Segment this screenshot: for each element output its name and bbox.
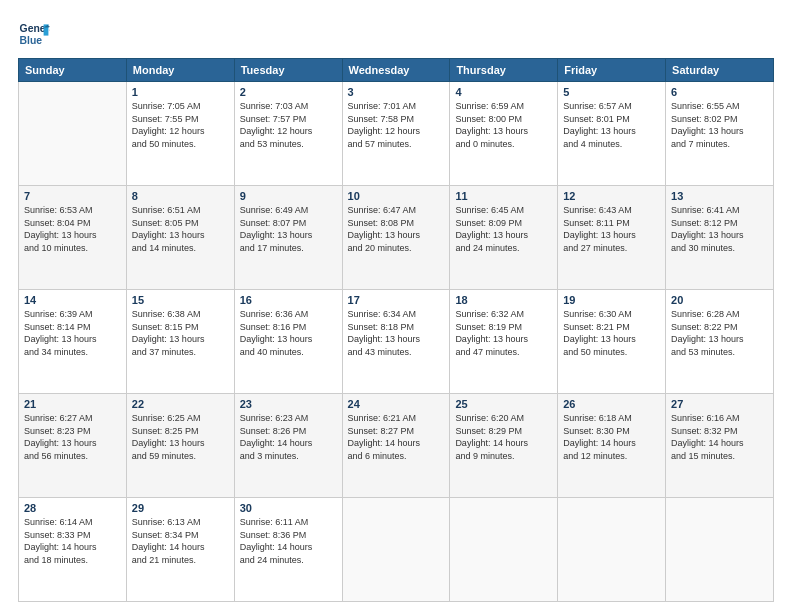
day-number: 21 — [24, 398, 121, 410]
day-number: 19 — [563, 294, 660, 306]
day-number: 15 — [132, 294, 229, 306]
calendar-cell: 12Sunrise: 6:43 AM Sunset: 8:11 PM Dayli… — [558, 186, 666, 290]
calendar-cell — [342, 498, 450, 602]
day-info: Sunrise: 6:55 AM Sunset: 8:02 PM Dayligh… — [671, 100, 768, 150]
day-info: Sunrise: 6:14 AM Sunset: 8:33 PM Dayligh… — [24, 516, 121, 566]
day-number: 4 — [455, 86, 552, 98]
calendar-cell — [450, 498, 558, 602]
day-info: Sunrise: 6:25 AM Sunset: 8:25 PM Dayligh… — [132, 412, 229, 462]
day-info: Sunrise: 6:16 AM Sunset: 8:32 PM Dayligh… — [671, 412, 768, 462]
calendar-cell: 27Sunrise: 6:16 AM Sunset: 8:32 PM Dayli… — [666, 394, 774, 498]
day-number: 16 — [240, 294, 337, 306]
day-number: 23 — [240, 398, 337, 410]
day-number: 11 — [455, 190, 552, 202]
weekday-header-wednesday: Wednesday — [342, 59, 450, 82]
calendar-table: SundayMondayTuesdayWednesdayThursdayFrid… — [18, 58, 774, 602]
svg-text:Blue: Blue — [20, 35, 43, 46]
day-number: 22 — [132, 398, 229, 410]
day-number: 18 — [455, 294, 552, 306]
calendar-cell: 7Sunrise: 6:53 AM Sunset: 8:04 PM Daylig… — [19, 186, 127, 290]
day-number: 5 — [563, 86, 660, 98]
day-info: Sunrise: 6:57 AM Sunset: 8:01 PM Dayligh… — [563, 100, 660, 150]
day-number: 25 — [455, 398, 552, 410]
weekday-header-row: SundayMondayTuesdayWednesdayThursdayFrid… — [19, 59, 774, 82]
day-number: 1 — [132, 86, 229, 98]
calendar-cell: 28Sunrise: 6:14 AM Sunset: 8:33 PM Dayli… — [19, 498, 127, 602]
day-info: Sunrise: 6:39 AM Sunset: 8:14 PM Dayligh… — [24, 308, 121, 358]
day-info: Sunrise: 7:01 AM Sunset: 7:58 PM Dayligh… — [348, 100, 445, 150]
calendar-cell — [558, 498, 666, 602]
day-number: 7 — [24, 190, 121, 202]
day-number: 12 — [563, 190, 660, 202]
calendar-cell: 4Sunrise: 6:59 AM Sunset: 8:00 PM Daylig… — [450, 82, 558, 186]
day-info: Sunrise: 6:53 AM Sunset: 8:04 PM Dayligh… — [24, 204, 121, 254]
calendar-cell: 16Sunrise: 6:36 AM Sunset: 8:16 PM Dayli… — [234, 290, 342, 394]
day-info: Sunrise: 6:11 AM Sunset: 8:36 PM Dayligh… — [240, 516, 337, 566]
day-info: Sunrise: 6:47 AM Sunset: 8:08 PM Dayligh… — [348, 204, 445, 254]
day-info: Sunrise: 6:38 AM Sunset: 8:15 PM Dayligh… — [132, 308, 229, 358]
day-info: Sunrise: 6:49 AM Sunset: 8:07 PM Dayligh… — [240, 204, 337, 254]
day-number: 27 — [671, 398, 768, 410]
day-info: Sunrise: 7:05 AM Sunset: 7:55 PM Dayligh… — [132, 100, 229, 150]
day-info: Sunrise: 6:27 AM Sunset: 8:23 PM Dayligh… — [24, 412, 121, 462]
calendar-cell: 15Sunrise: 6:38 AM Sunset: 8:15 PM Dayli… — [126, 290, 234, 394]
day-info: Sunrise: 6:45 AM Sunset: 8:09 PM Dayligh… — [455, 204, 552, 254]
weekday-header-friday: Friday — [558, 59, 666, 82]
day-info: Sunrise: 6:51 AM Sunset: 8:05 PM Dayligh… — [132, 204, 229, 254]
calendar-cell: 13Sunrise: 6:41 AM Sunset: 8:12 PM Dayli… — [666, 186, 774, 290]
calendar-cell: 6Sunrise: 6:55 AM Sunset: 8:02 PM Daylig… — [666, 82, 774, 186]
calendar-cell: 29Sunrise: 6:13 AM Sunset: 8:34 PM Dayli… — [126, 498, 234, 602]
day-info: Sunrise: 6:21 AM Sunset: 8:27 PM Dayligh… — [348, 412, 445, 462]
calendar-cell — [19, 82, 127, 186]
calendar-cell: 14Sunrise: 6:39 AM Sunset: 8:14 PM Dayli… — [19, 290, 127, 394]
calendar-cell: 2Sunrise: 7:03 AM Sunset: 7:57 PM Daylig… — [234, 82, 342, 186]
calendar-cell: 30Sunrise: 6:11 AM Sunset: 8:36 PM Dayli… — [234, 498, 342, 602]
calendar-cell: 11Sunrise: 6:45 AM Sunset: 8:09 PM Dayli… — [450, 186, 558, 290]
day-number: 14 — [24, 294, 121, 306]
calendar-cell: 1Sunrise: 7:05 AM Sunset: 7:55 PM Daylig… — [126, 82, 234, 186]
calendar-cell: 3Sunrise: 7:01 AM Sunset: 7:58 PM Daylig… — [342, 82, 450, 186]
weekday-header-sunday: Sunday — [19, 59, 127, 82]
weekday-header-saturday: Saturday — [666, 59, 774, 82]
calendar-cell: 25Sunrise: 6:20 AM Sunset: 8:29 PM Dayli… — [450, 394, 558, 498]
day-info: Sunrise: 7:03 AM Sunset: 7:57 PM Dayligh… — [240, 100, 337, 150]
weekday-header-thursday: Thursday — [450, 59, 558, 82]
logo-icon: General Blue — [18, 18, 50, 50]
calendar-week-row: 28Sunrise: 6:14 AM Sunset: 8:33 PM Dayli… — [19, 498, 774, 602]
calendar-week-row: 14Sunrise: 6:39 AM Sunset: 8:14 PM Dayli… — [19, 290, 774, 394]
day-number: 13 — [671, 190, 768, 202]
calendar-cell: 24Sunrise: 6:21 AM Sunset: 8:27 PM Dayli… — [342, 394, 450, 498]
day-number: 17 — [348, 294, 445, 306]
calendar-cell: 9Sunrise: 6:49 AM Sunset: 8:07 PM Daylig… — [234, 186, 342, 290]
calendar-cell: 20Sunrise: 6:28 AM Sunset: 8:22 PM Dayli… — [666, 290, 774, 394]
header: General Blue — [18, 18, 774, 50]
day-number: 28 — [24, 502, 121, 514]
day-info: Sunrise: 6:30 AM Sunset: 8:21 PM Dayligh… — [563, 308, 660, 358]
day-info: Sunrise: 6:36 AM Sunset: 8:16 PM Dayligh… — [240, 308, 337, 358]
day-number: 20 — [671, 294, 768, 306]
day-number: 30 — [240, 502, 337, 514]
calendar-cell: 21Sunrise: 6:27 AM Sunset: 8:23 PM Dayli… — [19, 394, 127, 498]
logo: General Blue — [18, 18, 50, 50]
day-info: Sunrise: 6:20 AM Sunset: 8:29 PM Dayligh… — [455, 412, 552, 462]
day-info: Sunrise: 6:23 AM Sunset: 8:26 PM Dayligh… — [240, 412, 337, 462]
day-number: 29 — [132, 502, 229, 514]
calendar-cell: 19Sunrise: 6:30 AM Sunset: 8:21 PM Dayli… — [558, 290, 666, 394]
calendar-cell: 17Sunrise: 6:34 AM Sunset: 8:18 PM Dayli… — [342, 290, 450, 394]
day-number: 8 — [132, 190, 229, 202]
day-info: Sunrise: 6:28 AM Sunset: 8:22 PM Dayligh… — [671, 308, 768, 358]
calendar-cell: 23Sunrise: 6:23 AM Sunset: 8:26 PM Dayli… — [234, 394, 342, 498]
weekday-header-tuesday: Tuesday — [234, 59, 342, 82]
day-info: Sunrise: 6:59 AM Sunset: 8:00 PM Dayligh… — [455, 100, 552, 150]
day-number: 6 — [671, 86, 768, 98]
calendar-cell: 5Sunrise: 6:57 AM Sunset: 8:01 PM Daylig… — [558, 82, 666, 186]
calendar-week-row: 21Sunrise: 6:27 AM Sunset: 8:23 PM Dayli… — [19, 394, 774, 498]
calendar-week-row: 1Sunrise: 7:05 AM Sunset: 7:55 PM Daylig… — [19, 82, 774, 186]
calendar-cell: 8Sunrise: 6:51 AM Sunset: 8:05 PM Daylig… — [126, 186, 234, 290]
calendar-week-row: 7Sunrise: 6:53 AM Sunset: 8:04 PM Daylig… — [19, 186, 774, 290]
weekday-header-monday: Monday — [126, 59, 234, 82]
day-info: Sunrise: 6:41 AM Sunset: 8:12 PM Dayligh… — [671, 204, 768, 254]
day-info: Sunrise: 6:32 AM Sunset: 8:19 PM Dayligh… — [455, 308, 552, 358]
day-info: Sunrise: 6:34 AM Sunset: 8:18 PM Dayligh… — [348, 308, 445, 358]
day-info: Sunrise: 6:43 AM Sunset: 8:11 PM Dayligh… — [563, 204, 660, 254]
